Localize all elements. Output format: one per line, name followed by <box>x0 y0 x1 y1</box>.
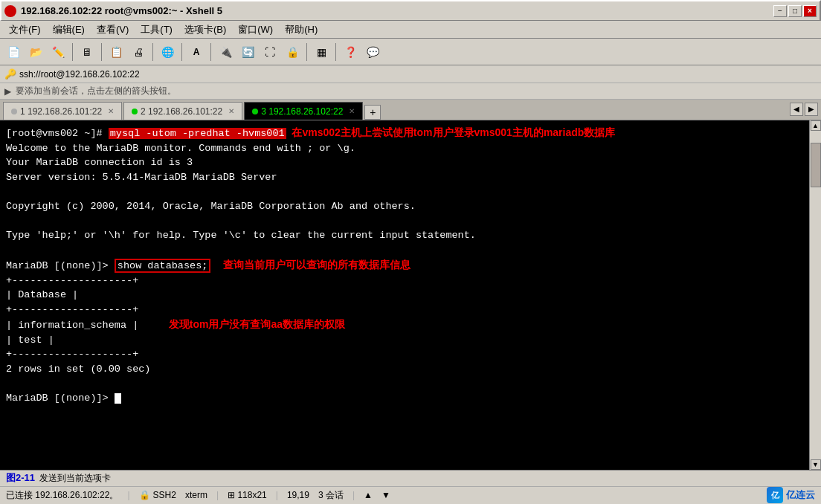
xterm-status: xterm <box>185 490 207 500</box>
toolbar-info[interactable]: 💬 <box>362 42 383 62</box>
statusbar-top: 图2-11 发送到当前选项卡 <box>0 471 821 487</box>
terminal-prompt3: MariaDB [(none)]> <box>6 391 803 406</box>
toolbar-sep1 <box>72 43 73 61</box>
terminal-line-2: Welcome to the MariaDB monitor. Commands… <box>6 141 803 156</box>
app-icon <box>4 5 16 17</box>
tab-next-button[interactable]: ▶ <box>805 103 818 116</box>
terminal-cursor <box>115 393 121 404</box>
terminal-line-5: Copyright (c) 2000, 2014, Oracle, MariaD… <box>6 199 803 214</box>
menu-edit[interactable]: 编辑(E) <box>47 22 91 38</box>
terminal-table-row2: | test | <box>6 333 803 348</box>
terminal-table-border2: +--------------------+ <box>6 303 803 317</box>
menubar: 文件(F) 编辑(E) 查看(V) 工具(T) 选项卡(B) 窗口(W) 帮助(… <box>0 21 821 39</box>
toolbar-font[interactable]: A <box>186 42 207 62</box>
terminal-line-blank3 <box>6 243 803 258</box>
tab3-dot <box>252 109 258 114</box>
toolbar-reconnect[interactable]: 🔄 <box>237 42 258 62</box>
terminal-table-row1: | information_schema | 发现tom用户没有查询aa数据库的… <box>6 317 803 333</box>
statusbar: 图2-11 发送到当前选项卡 已连接 192.168.26.102:22。 | … <box>0 470 821 504</box>
tab3-label: 3 192.168.26.102:22 <box>261 106 343 117</box>
terminal-rows-count: 2 rows in set (0.00 sec) <box>6 362 803 377</box>
statusbar-desc: 发送到当前选项卡 <box>39 472 111 485</box>
infobar-text: 要添加当前会话，点击左侧的箭头按钮。 <box>16 85 176 97</box>
toolbar-connect[interactable]: 🔌 <box>215 42 236 62</box>
tab-2[interactable]: 2 192.168.26.101:22 ✕ <box>123 102 242 120</box>
terminal-line-4: Server version: 5.5.41-MariaDB MariaDB S… <box>6 170 803 185</box>
scroll-down-button[interactable]: ▼ <box>811 459 821 470</box>
annotation-3: 发现tom用户没有查询aa数据库的权限 <box>169 318 345 330</box>
toolbar-edit[interactable]: ✏️ <box>48 42 68 62</box>
annotation-1: 在vms002主机上尝试使用tom用户登录vms001主机的mariadb数据库 <box>286 126 616 138</box>
toolbar-sep6 <box>306 43 307 61</box>
ssh-status: 🔒 SSH2 <box>139 490 176 500</box>
toolbar-print[interactable]: 🖨 <box>128 42 149 62</box>
titlebar-left: 192.168.26.102:22 root@vms002:~ - Xshell… <box>4 5 222 17</box>
nav-up-icon: ▲ <box>364 490 373 500</box>
menu-window[interactable]: 窗口(W) <box>232 22 279 38</box>
tab-3[interactable]: 3 192.168.26.102:22 ✕ <box>244 102 363 120</box>
menu-help[interactable]: 帮助(H) <box>279 22 323 38</box>
annotation-2: 查询当前用户可以查询的所有数据库信息 <box>223 259 410 271</box>
titlebar: 192.168.26.102:22 root@vms002:~ - Xshell… <box>0 0 821 21</box>
prompt-1: [root@vms002 ~]# <box>6 128 103 139</box>
figure-label: 图2-11 <box>6 471 35 485</box>
toolbar-open[interactable]: 📂 <box>25 42 46 62</box>
sessions-status: 3 会话 <box>318 489 344 502</box>
prompt-2: MariaDB [(none)]> <box>6 260 109 271</box>
toolbar-lock[interactable]: 🔒 <box>282 42 303 62</box>
infobar-arrow: ▶ <box>4 86 11 97</box>
toolbar-sep2 <box>101 43 102 61</box>
window-controls[interactable]: − □ × <box>773 5 817 17</box>
connection-status: 已连接 192.168.26.102:22。 <box>6 489 118 502</box>
toolbar-new[interactable]: 📄 <box>3 42 24 62</box>
statusbar-bottom: 已连接 192.168.26.102:22。 | 🔒 SSH2 xterm | … <box>0 487 821 504</box>
toolbar-sep7 <box>335 43 336 61</box>
scrollbar-vertical[interactable]: ▲ ▼ <box>809 120 821 470</box>
terminal-wrapper: [root@vms002 ~]# mysql -utom -predhat -h… <box>0 120 821 470</box>
titlebar-title: 192.168.26.102:22 root@vms002:~ - Xshell… <box>21 5 222 16</box>
scroll-thumb[interactable] <box>811 143 821 187</box>
toolbar: 📄 📂 ✏️ 🖥 📋 🖨 🌐 A 🔌 🔄 ⛶ 🔒 ▦ ❓ 💬 <box>0 39 821 65</box>
position-status: 19,19 <box>287 490 309 500</box>
tab-navigation: ◀ ▶ <box>790 103 818 116</box>
tab1-label: 1 192.168.26.101:22 <box>20 106 102 117</box>
cols-rows-icon: ⊞ <box>228 490 235 500</box>
tab-1[interactable]: 1 192.168.26.101:22 ✕ <box>3 102 122 120</box>
terminal-line-blank1 <box>6 184 803 199</box>
toolbar-globe[interactable]: 🌐 <box>157 42 178 62</box>
tab1-close[interactable]: ✕ <box>108 107 114 115</box>
menu-file[interactable]: 文件(F) <box>3 22 47 38</box>
minimize-button[interactable]: − <box>773 5 787 17</box>
menu-tab[interactable]: 选项卡(B) <box>178 22 232 38</box>
terminal-line-blank2 <box>6 213 803 228</box>
cmd2-highlight: show databases; <box>115 259 211 273</box>
terminal-blank-last <box>6 377 803 392</box>
terminal-table-border3: +--------------------+ <box>6 347 803 362</box>
infobar: ▶ 要添加当前会话，点击左侧的箭头按钮。 <box>0 83 821 100</box>
terminal-line-1: [root@vms002 ~]# mysql -utom -predhat -h… <box>6 125 803 141</box>
tab-add-button[interactable]: + <box>364 105 381 120</box>
menu-view[interactable]: 查看(V) <box>91 22 135 38</box>
yunlian-text: 亿连云 <box>786 488 815 502</box>
ssh-icon: 🔑 <box>4 68 16 80</box>
tab2-close[interactable]: ✕ <box>228 107 234 115</box>
menu-tools[interactable]: 工具(T) <box>135 22 178 38</box>
cmd1-highlight: mysql -utom -predhat -hvms001 <box>109 128 286 139</box>
terminal[interactable]: [root@vms002 ~]# mysql -utom -predhat -h… <box>0 120 809 470</box>
toolbar-copy[interactable]: 📋 <box>106 42 126 62</box>
tab-prev-button[interactable]: ◀ <box>790 103 803 116</box>
toolbar-expand[interactable]: ⛶ <box>260 42 280 62</box>
close-button[interactable]: × <box>803 5 817 17</box>
tab2-label: 2 192.168.26.101:22 <box>141 106 222 117</box>
toolbar-sep4 <box>181 43 182 61</box>
terminal-line-7: Type 'help;' or '\h' for help. Type '\c'… <box>6 228 803 243</box>
toolbar-help[interactable]: ❓ <box>340 42 361 62</box>
toolbar-sep5 <box>210 43 211 61</box>
toolbar-monitor[interactable]: 🖥 <box>77 42 97 62</box>
terminal-table-border1: +--------------------+ <box>6 274 803 288</box>
toolbar-grid[interactable]: ▦ <box>311 42 332 62</box>
tab3-close[interactable]: ✕ <box>349 107 355 115</box>
yunlian-logo: 亿 亿连云 <box>767 487 815 503</box>
scroll-up-button[interactable]: ▲ <box>811 120 821 131</box>
maximize-button[interactable]: □ <box>788 5 802 17</box>
